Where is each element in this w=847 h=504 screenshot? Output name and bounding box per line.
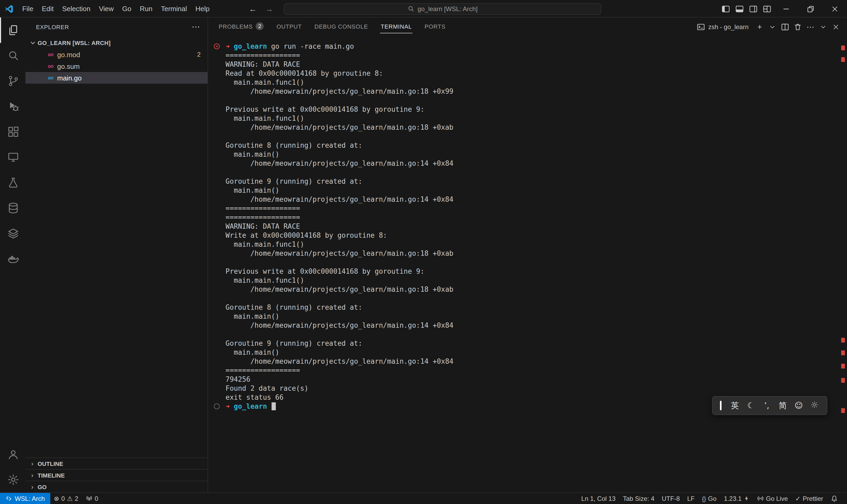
activity-layers[interactable] [0, 221, 25, 246]
vscode-window: FileEditSelectionViewGoRunTerminalHelp ←… [0, 0, 847, 504]
status-bar: WSL: Arch ⊗ 0 ⚠ 2 0 Ln 1, Col 13 Tab Siz… [0, 492, 847, 504]
extensions-icon [7, 125, 20, 138]
titlebar-center: ← → go_learn [WSL: Arch] [246, 3, 601, 15]
ime-emoji-icon[interactable]: ☺ [791, 401, 807, 410]
activity-settings[interactable] [0, 467, 25, 492]
folder-root[interactable]: GO_LEARN [WSL: ARCH] [25, 37, 208, 49]
account-icon [7, 448, 20, 461]
file-go.sum[interactable]: GOgo.sum [25, 60, 208, 72]
activity-extensions[interactable] [0, 119, 25, 145]
terminal-output-line: Previous write at 0x00c000014168 by goro… [226, 105, 836, 114]
explorer-sidebar: EXPLORER ⋯ GO_LEARN [WSL: ARCH] GOgo.mod… [25, 17, 208, 492]
eol-indicator[interactable]: LF [683, 493, 698, 504]
titlebar: FileEditSelectionViewGoRunTerminalHelp ←… [0, 0, 847, 17]
menu-item-terminal[interactable]: Terminal [157, 0, 191, 17]
activity-run-debug[interactable] [0, 94, 25, 119]
more-actions-icon[interactable]: ⋯ [192, 22, 200, 32]
kill-terminal-icon[interactable] [792, 21, 804, 33]
ime-punctuation-toggle[interactable]: ’, [759, 401, 775, 410]
section-go[interactable]: ›GO [25, 481, 208, 492]
activity-accounts[interactable] [0, 442, 25, 467]
terminal-scrollbar[interactable] [840, 36, 847, 492]
panel-close-icon[interactable] [830, 21, 842, 33]
terminal-output-line: main.main.func1() [226, 78, 836, 87]
activity-docker[interactable] [0, 246, 25, 272]
minimize-button[interactable] [774, 0, 798, 17]
toggle-sidebar-icon[interactable] [719, 0, 733, 17]
panel-tab-debug-console[interactable]: DEBUG CONSOLE [314, 20, 368, 33]
notifications-bell[interactable] [827, 493, 842, 504]
menu-item-run[interactable]: Run [136, 0, 157, 17]
terminal-output-line: /home/meowrain/projects/go_learn/main.go… [226, 249, 836, 258]
command-center-search[interactable]: go_learn [WSL: Arch] [284, 3, 601, 15]
ports-count: 0 [95, 495, 98, 502]
menu-item-help[interactable]: Help [191, 0, 214, 17]
formatter-prettier[interactable]: ✓ Prettier [792, 493, 827, 504]
ime-caret-icon[interactable] [720, 401, 722, 410]
panel-tab-label: OUTPUT [276, 23, 302, 30]
panel-tab-output[interactable]: OUTPUT [276, 20, 302, 33]
activity-remote-explorer[interactable] [0, 145, 25, 170]
terminal-output-line: main.main() [226, 186, 836, 195]
menu-item-edit[interactable]: Edit [38, 0, 58, 17]
customize-layout-icon[interactable] [760, 0, 774, 17]
terminal-output-line: Read at 0x00c000014168 by goroutine 8: [226, 69, 836, 78]
scrollbar-error-mark [841, 338, 845, 343]
problems-status[interactable]: ⊗ 0 ⚠ 2 [50, 493, 82, 504]
ime-settings-icon[interactable] [807, 400, 823, 411]
back-button[interactable]: ← [246, 4, 260, 13]
activity-explorer[interactable] [0, 17, 25, 43]
section-timeline[interactable]: ›TIMELINE [25, 469, 208, 481]
close-button[interactable] [823, 0, 847, 17]
warning-icon: ⚠ [67, 495, 73, 502]
ports-status[interactable]: 0 [82, 493, 102, 504]
remote-icon [5, 495, 12, 502]
panel-tab-problems[interactable]: PROBLEMS2 [218, 20, 265, 33]
split-terminal-icon[interactable] [779, 21, 791, 33]
menu-item-go[interactable]: Go [118, 0, 136, 17]
scrollbar-error-mark [841, 350, 845, 355]
panel-collapse-icon[interactable] [817, 21, 829, 33]
encoding[interactable]: UTF-8 [658, 493, 683, 504]
ime-simplified-toggle[interactable]: 简 [775, 400, 791, 411]
terminal-tab-zsh[interactable]: zsh - go_learn [697, 22, 749, 31]
menu-item-selection[interactable]: Selection [58, 0, 95, 17]
chevron-down-icon [30, 40, 36, 46]
activity-search[interactable] [0, 43, 25, 68]
file-go.mod[interactable]: GOgo.mod2 [25, 49, 208, 60]
activity-testing[interactable] [0, 170, 25, 195]
panel-tabs: PROBLEMS2OUTPUTDEBUG CONSOLETERMINALPORT… [218, 20, 697, 33]
toggle-panel-icon[interactable] [733, 0, 746, 17]
go-version-status[interactable]: 1.23.1 [720, 493, 753, 504]
activity-source-control[interactable] [0, 68, 25, 94]
language-mode[interactable]: {} Go [698, 493, 720, 504]
files-icon [7, 24, 20, 37]
command-failed-decoration[interactable]: × [214, 43, 220, 49]
cursor-position[interactable]: Ln 1, Col 13 [578, 493, 619, 504]
command-decoration[interactable] [214, 403, 220, 409]
terminal-output-line: /home/meowrain/projects/go_learn/main.go… [226, 321, 836, 330]
ime-language-toggle[interactable]: 英 [727, 400, 743, 411]
terminal-lines: ×➜ go_learn go run -race main.go========… [226, 42, 836, 411]
panel-more-icon[interactable]: ⋯ [805, 21, 816, 33]
restore-button[interactable] [798, 0, 823, 17]
terminal-dropdown-icon[interactable] [767, 21, 778, 33]
section-outline[interactable]: ›OUTLINE [25, 457, 208, 469]
new-terminal-icon[interactable]: + [754, 21, 765, 33]
terminal-output-line: Found 2 data race(s) [226, 384, 836, 393]
go-live-button[interactable]: Go Live [753, 493, 792, 504]
terminal-viewport[interactable]: ×➜ go_learn go run -race main.go========… [208, 36, 847, 492]
forward-button[interactable]: → [262, 4, 276, 13]
ime-halfwidth-moon-icon[interactable]: ☾ [743, 401, 759, 410]
panel-tab-ports[interactable]: PORTS [424, 20, 446, 33]
activity-database[interactable] [0, 195, 25, 221]
workbench: EXPLORER ⋯ GO_LEARN [WSL: ARCH] GOgo.mod… [0, 17, 847, 492]
menu-item-file[interactable]: File [18, 0, 38, 17]
toggle-secondary-sidebar-icon[interactable] [746, 0, 760, 17]
file-main.go[interactable]: GOmain.go [25, 72, 208, 84]
indentation[interactable]: Tab Size: 4 [619, 493, 658, 504]
sidebar-title: EXPLORER [36, 23, 192, 30]
menu-item-view[interactable]: View [95, 0, 118, 17]
remote-indicator-wsl[interactable]: WSL: Arch [0, 493, 50, 504]
panel-tab-terminal[interactable]: TERMINAL [380, 20, 412, 33]
